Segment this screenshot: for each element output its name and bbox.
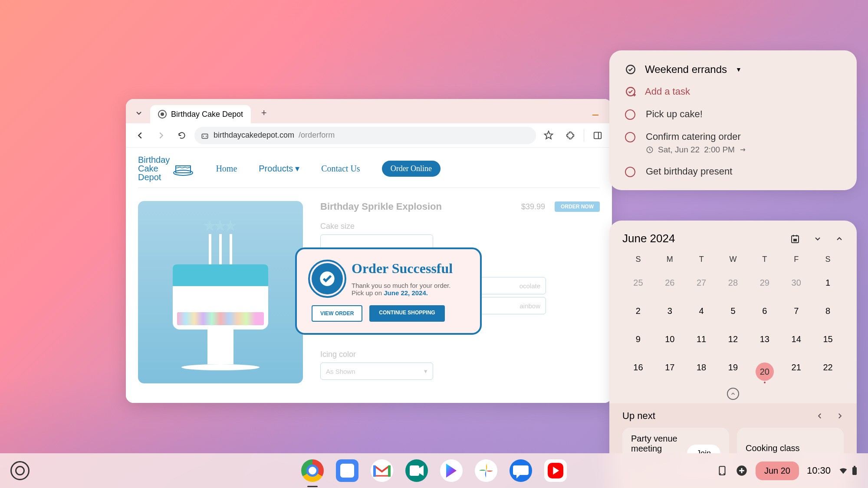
task-text: Pick up cake! xyxy=(646,109,703,120)
dow-label: M xyxy=(654,255,686,264)
svg-rect-1 xyxy=(202,134,207,138)
calendar-date-cell[interactable]: 2 xyxy=(622,302,654,320)
new-tab-button[interactable]: + xyxy=(256,105,272,121)
logo-line: Cake xyxy=(138,164,170,173)
chrome-app-icon[interactable] xyxy=(301,459,324,482)
side-panel-icon[interactable] xyxy=(589,127,606,144)
chevron-down-icon: ▾ xyxy=(295,164,299,173)
address-bar[interactable]: birthdaycakedepot.com/orderform xyxy=(194,127,536,144)
tabs-dropdown-button[interactable] xyxy=(131,105,147,121)
modal-message: Thank you so much for your order. Pick u… xyxy=(352,282,453,297)
forward-button[interactable] xyxy=(153,127,169,144)
tab-strip: Birthday Cake Depot + xyxy=(126,99,612,123)
calendar-date-cell[interactable]: 20 xyxy=(749,358,780,385)
svg-rect-19 xyxy=(388,465,391,477)
bookmark-star-icon[interactable] xyxy=(540,127,557,144)
calendar-date-cell[interactable]: 8 xyxy=(812,302,844,320)
order-now-button[interactable]: ORDER NOW xyxy=(555,201,600,212)
calendar-date-cell[interactable]: 28 xyxy=(717,274,749,292)
calendar-collapse-button[interactable] xyxy=(727,388,739,400)
dow-label: S xyxy=(812,255,844,264)
site-nav: Birthday Cake Depot Home Products ▾ Cont… xyxy=(138,155,600,188)
toolbar-divider xyxy=(584,129,584,142)
calendar-date-cell[interactable]: 13 xyxy=(749,330,780,349)
calendar-date-cell[interactable]: 10 xyxy=(654,330,686,349)
calendar-date-cell[interactable]: 17 xyxy=(654,358,686,385)
chat-app-icon[interactable] xyxy=(510,459,532,482)
product-title: Birthday Sprikle Explosion xyxy=(320,201,442,212)
calendar-date-cell[interactable]: 25 xyxy=(622,274,654,292)
calendar-date-cell[interactable]: 7 xyxy=(780,302,812,320)
calendar-date-cell[interactable]: 26 xyxy=(654,274,686,292)
calendar-date-cell[interactable]: 29 xyxy=(749,274,780,292)
svg-point-2 xyxy=(203,135,204,137)
calendar-date-cell[interactable]: 5 xyxy=(717,302,749,320)
order-success-modal: Order Successful Thank you so much for y… xyxy=(295,247,482,335)
phone-hub-icon[interactable] xyxy=(717,465,728,476)
url-path: /orderform xyxy=(299,131,335,140)
launcher-button[interactable] xyxy=(10,461,30,480)
calendar-date-cell[interactable]: 16 xyxy=(622,358,654,385)
calendar-date-cell[interactable]: 18 xyxy=(686,358,717,385)
order-online-button[interactable]: Order Online xyxy=(382,161,441,177)
calendar-date-cell[interactable]: 21 xyxy=(780,358,812,385)
battery-icon xyxy=(852,466,858,475)
files-app-icon[interactable] xyxy=(336,459,358,482)
youtube-app-icon[interactable] xyxy=(544,459,567,482)
tasks-list-selector[interactable]: Weekend errands ▼ xyxy=(625,63,841,76)
shelf-time[interactable]: 10:30 xyxy=(807,465,831,476)
gmail-app-icon[interactable] xyxy=(371,459,393,482)
browser-window: Birthday Cake Depot + birthdaycakedepot.… xyxy=(126,99,612,403)
calendar-date-cell[interactable]: 3 xyxy=(654,302,686,320)
task-checkbox[interactable] xyxy=(625,132,635,142)
calendar-today-icon[interactable] xyxy=(790,234,800,244)
minimize-button[interactable] xyxy=(589,107,602,119)
site-logo[interactable]: Birthday Cake Depot xyxy=(138,155,194,181)
svg-rect-18 xyxy=(373,465,376,477)
quick-settings-add-icon[interactable] xyxy=(736,465,748,477)
calendar-date-cell[interactable]: 9 xyxy=(622,330,654,349)
calendar-date-cell[interactable]: 19 xyxy=(717,358,749,385)
up-next-next[interactable] xyxy=(836,412,844,420)
add-task-button[interactable]: Add a task xyxy=(625,86,841,97)
dow-label: W xyxy=(717,255,749,264)
calendar-prev-month[interactable] xyxy=(813,234,822,243)
calendar-date-cell[interactable]: 14 xyxy=(780,330,812,349)
task-checkbox[interactable] xyxy=(625,109,635,120)
calendar-date-cell[interactable]: 30 xyxy=(780,274,812,292)
task-item[interactable]: Pick up cake! xyxy=(625,109,841,120)
task-item[interactable]: Get birthday present xyxy=(625,166,841,177)
calendar-date-cell[interactable]: 6 xyxy=(749,302,780,320)
icing-color-select[interactable]: As Shown ▾ xyxy=(320,363,433,380)
continue-shopping-button[interactable]: CONTINUE SHOPPING xyxy=(369,305,444,322)
meet-app-icon[interactable] xyxy=(405,459,428,482)
nav-products[interactable]: Products ▾ xyxy=(259,163,299,174)
svg-rect-25 xyxy=(852,467,857,475)
calendar-date-cell[interactable]: 15 xyxy=(812,330,844,349)
tab-title: Birthday Cake Depot xyxy=(171,110,243,119)
svg-point-8 xyxy=(320,271,334,286)
task-checkbox[interactable] xyxy=(625,167,635,177)
svg-rect-20 xyxy=(410,465,419,476)
play-store-app-icon[interactable] xyxy=(440,459,463,482)
extensions-icon[interactable] xyxy=(562,127,579,144)
site-info-icon[interactable] xyxy=(201,131,209,140)
reload-button[interactable] xyxy=(174,127,190,144)
calendar-date-cell[interactable]: 11 xyxy=(686,330,717,349)
calendar-date-cell[interactable]: 1 xyxy=(812,274,844,292)
browser-tab[interactable]: Birthday Cake Depot xyxy=(150,105,251,123)
shelf-date[interactable]: Jun 20 xyxy=(756,462,799,480)
calendar-next-month[interactable] xyxy=(835,234,844,243)
calendar-date-cell[interactable]: 22 xyxy=(812,358,844,385)
up-next-prev[interactable] xyxy=(816,412,824,420)
status-icons[interactable] xyxy=(838,466,858,475)
calendar-date-cell[interactable]: 12 xyxy=(717,330,749,349)
photos-app-icon[interactable] xyxy=(475,459,497,482)
view-order-button[interactable]: VIEW ORDER xyxy=(312,305,362,322)
calendar-date-cell[interactable]: 27 xyxy=(686,274,717,292)
nav-contact[interactable]: Contact Us xyxy=(321,164,360,174)
nav-home[interactable]: Home xyxy=(216,164,237,174)
calendar-date-cell[interactable]: 4 xyxy=(686,302,717,320)
back-button[interactable] xyxy=(132,127,148,144)
task-item[interactable]: Confirm catering orderSat, Jun 222:00 PM xyxy=(625,131,841,155)
